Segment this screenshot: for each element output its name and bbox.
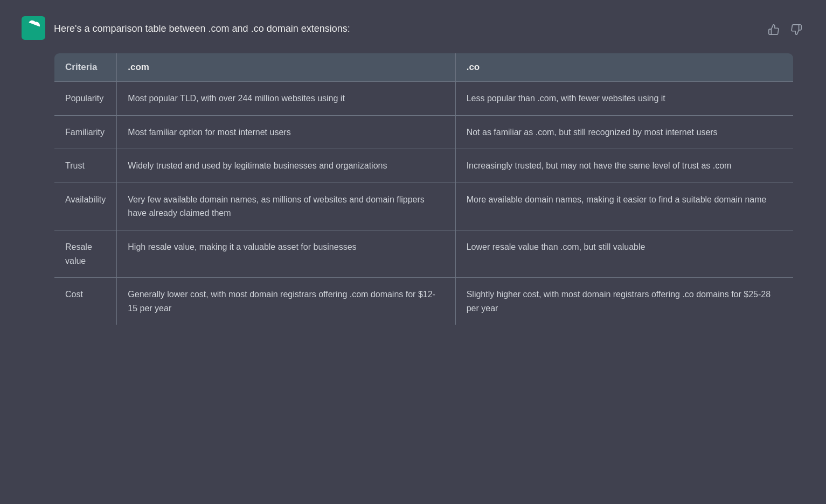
cell-co-0: Less popular than .com, with fewer websi… (455, 82, 793, 116)
cell-co-5: Slightly higher cost, with most domain r… (455, 278, 793, 325)
table-row: CostGenerally lower cost, with most doma… (54, 278, 794, 325)
cell-com-4: High resale value, making it a valuable … (117, 230, 455, 277)
header-com: .com (117, 53, 455, 82)
table-container: Criteria .com .co PopularityMost popular… (54, 53, 794, 325)
cell-criteria-1: Familiarity (54, 115, 117, 149)
cell-criteria-4: Resale value (54, 230, 117, 277)
cell-criteria-2: Trust (54, 149, 117, 183)
message-left: Here's a comparison table between .com a… (22, 16, 350, 40)
header-criteria: Criteria (54, 53, 117, 82)
thumbs-down-button[interactable] (788, 22, 804, 38)
cell-co-4: Lower resale value than .com, but still … (455, 230, 793, 277)
cell-criteria-0: Popularity (54, 82, 117, 116)
message-intro-text: Here's a comparison table between .com a… (54, 16, 350, 36)
cell-criteria-3: Availability (54, 183, 117, 230)
cell-com-3: Very few available domain names, as mill… (117, 183, 455, 230)
cell-com-2: Widely trusted and used by legitimate bu… (117, 149, 455, 183)
cell-com-1: Most familiar option for most internet u… (117, 115, 455, 149)
table-row: Resale valueHigh resale value, making it… (54, 230, 794, 277)
cell-co-2: Increasingly trusted, but may not have t… (455, 149, 793, 183)
thumbs-up-button[interactable] (766, 22, 782, 38)
table-row: AvailabilityVery few available domain na… (54, 183, 794, 230)
cell-co-1: Not as familiar as .com, but still recog… (455, 115, 793, 149)
comparison-table: Criteria .com .co PopularityMost popular… (54, 53, 794, 325)
chatgpt-logo-icon (22, 16, 45, 40)
cell-co-3: More available domain names, making it e… (455, 183, 793, 230)
table-row: TrustWidely trusted and used by legitima… (54, 149, 794, 183)
message-header: Here's a comparison table between .com a… (22, 11, 804, 40)
cell-com-5: Generally lower cost, with most domain r… (117, 278, 455, 325)
feedback-buttons (766, 16, 804, 38)
cell-com-0: Most popular TLD, with over 244 million … (117, 82, 455, 116)
table-header-row: Criteria .com .co (54, 53, 794, 82)
table-row: PopularityMost popular TLD, with over 24… (54, 82, 794, 116)
header-co: .co (455, 53, 793, 82)
table-row: FamiliarityMost familiar option for most… (54, 115, 794, 149)
cell-criteria-5: Cost (54, 278, 117, 325)
